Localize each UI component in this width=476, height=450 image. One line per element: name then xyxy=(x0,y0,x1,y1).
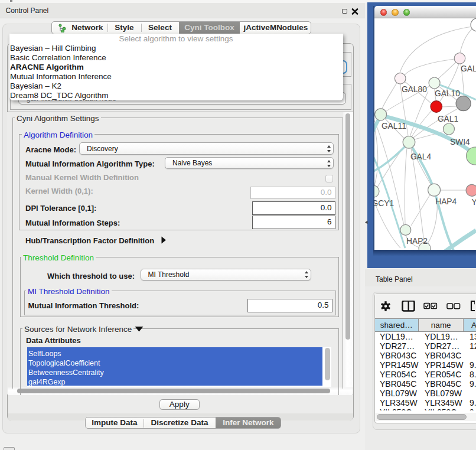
svg-text:GAL4: GAL4 xyxy=(410,152,432,161)
svg-text:GAL1: GAL1 xyxy=(438,115,458,123)
svg-text:HAP2: HAP2 xyxy=(406,237,428,246)
svg-text:Y: Y xyxy=(472,198,476,207)
svg-text:GCY1: GCY1 xyxy=(374,199,394,208)
svg-text:GAL11: GAL11 xyxy=(382,122,406,131)
svg-text:HAP4: HAP4 xyxy=(435,197,457,206)
svg-text:GAL80: GAL80 xyxy=(402,85,427,94)
svg-text:GAL: GAL xyxy=(461,64,476,73)
svg-text:SWI4: SWI4 xyxy=(450,138,470,146)
svg-text:GAL10: GAL10 xyxy=(435,89,460,98)
